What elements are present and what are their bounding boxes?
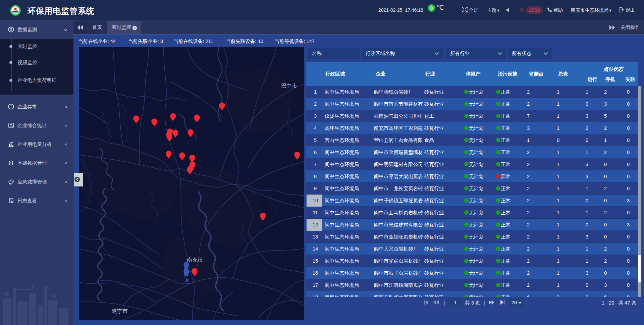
svg-text:遂宁市: 遂宁市 [112,308,128,314]
svg-text:南充市: 南充市 [187,257,203,263]
svg-text:巴中市: 巴中市 [281,83,297,89]
